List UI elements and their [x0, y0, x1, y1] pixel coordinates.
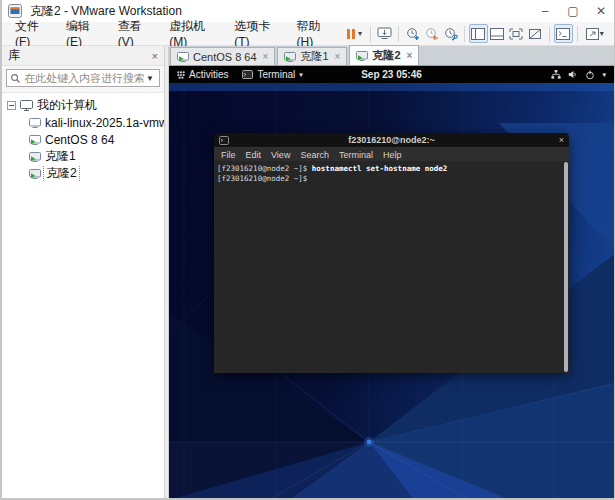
snapshot-manager-icon — [444, 27, 458, 41]
tab-label: 克隆1 — [300, 49, 328, 64]
unity-mode-button[interactable] — [526, 24, 545, 43]
computer-icon — [20, 100, 33, 111]
vm-tab-bar: CentOS 8 64 × 克隆1 × 克隆2 × — [169, 46, 614, 66]
vm-running-icon — [29, 135, 41, 145]
toolbar-separator — [370, 26, 371, 42]
snapshot-add-icon — [406, 27, 420, 41]
terminal-menu-edit[interactable]: Edit — [246, 150, 262, 160]
vm-running-icon — [29, 152, 41, 162]
library-title: 库 — [8, 47, 20, 64]
gnome-clock[interactable]: Sep 23 05:46 — [169, 69, 614, 80]
tree-label: CentOS 8 64 — [45, 133, 114, 147]
tab-close-icon[interactable]: × — [335, 51, 341, 62]
terminal-line: [f23016210@node2 ~]$ — [217, 174, 561, 184]
tab-centos[interactable]: CentOS 8 64 × — [170, 47, 275, 65]
terminal-menu-view[interactable]: View — [271, 150, 290, 160]
tree-node-my-computer[interactable]: 我的计算机 — [2, 97, 164, 114]
vm-running-icon — [29, 169, 41, 179]
library-sidebar: 库 × ▼ 我的计算机 — [2, 46, 165, 498]
terminal-menu-help[interactable]: Help — [383, 150, 402, 160]
pause-icon — [346, 28, 357, 40]
terminal-menu-terminal[interactable]: Terminal — [339, 150, 373, 160]
chevron-down-icon: ▾ — [602, 71, 606, 79]
pause-button[interactable]: ▾ — [342, 24, 367, 43]
monitor-arrow-icon — [377, 27, 392, 40]
tree-label: 克隆2 — [43, 165, 80, 182]
search-icon — [10, 73, 21, 84]
unity-icon — [528, 28, 542, 40]
terminal-titlebar[interactable]: f23016210@node2:~ × — [214, 133, 569, 148]
terminal-content[interactable]: [f23016210@node2 ~]$ hostnamectl set-hos… — [214, 161, 569, 373]
chevron-down-icon: ▾ — [358, 29, 362, 38]
terminal-menubar: File Edit View Search Terminal Help — [214, 148, 569, 161]
show-thumbnail-bar-button[interactable] — [488, 24, 507, 43]
minimize-button[interactable]: – — [538, 4, 552, 18]
vm-console[interactable]: Activities Terminal ▾ Sep 23 05:46 — [169, 66, 614, 498]
panel-left-icon — [471, 28, 485, 40]
fit-guest-button[interactable]: ▾ — [581, 24, 607, 43]
chevron-down-icon: ▾ — [600, 29, 604, 38]
vm-running-icon — [356, 51, 368, 61]
search-box[interactable]: ▼ — [6, 69, 160, 87]
maximize-button[interactable]: ▢ — [566, 4, 580, 18]
console-view-button[interactable] — [554, 24, 573, 43]
search-input[interactable] — [24, 72, 144, 84]
tree-item-clone1[interactable]: 克隆1 — [2, 148, 164, 165]
terminal-close-icon[interactable]: × — [559, 135, 564, 145]
vm-running-icon — [177, 52, 189, 62]
library-header: 库 × — [2, 46, 164, 66]
toolbar-separator — [398, 26, 399, 42]
terminal-menu-file[interactable]: File — [221, 150, 236, 160]
search-dropdown-icon[interactable]: ▼ — [144, 74, 156, 83]
gnome-status-area[interactable]: ▾ — [551, 70, 606, 80]
tree-item-clone2[interactable]: 克隆2 — [2, 165, 164, 182]
tab-label: 克隆2 — [372, 48, 400, 63]
fullscreen-button[interactable] — [507, 24, 526, 43]
console-icon — [556, 28, 570, 40]
tab-label: CentOS 8 64 — [193, 51, 257, 63]
library-close-icon[interactable]: × — [152, 50, 158, 62]
library-search-row: ▼ — [2, 66, 164, 93]
fullscreen-icon — [509, 28, 523, 40]
toolbar-separator — [577, 26, 578, 42]
power-icon — [585, 70, 595, 80]
send-ctrl-alt-del-button[interactable] — [375, 24, 394, 43]
show-library-button[interactable] — [469, 24, 488, 43]
close-button[interactable]: ✕ — [594, 4, 608, 18]
library-tree: 我的计算机 kali-linux-2025.1a-vmware- CentOS … — [2, 93, 164, 182]
shell-prompt: [f23016210@node2 ~]$ — [217, 164, 307, 173]
take-snapshot-button[interactable] — [403, 24, 422, 43]
terminal-line: [f23016210@node2 ~]$ hostnamectl set-hos… — [217, 164, 561, 174]
collapse-icon[interactable] — [7, 101, 16, 110]
panel-bottom-icon — [490, 28, 504, 40]
tab-close-icon[interactable]: × — [407, 50, 413, 61]
vm-running-icon — [284, 52, 296, 62]
shell-prompt: [f23016210@node2 ~]$ — [217, 174, 307, 183]
tree-item-kali[interactable]: kali-linux-2025.1a-vmware- — [2, 114, 164, 131]
terminal-menu-search[interactable]: Search — [300, 150, 329, 160]
tab-clone2[interactable]: 克隆2 × — [349, 45, 419, 65]
network-icon — [551, 70, 561, 79]
snapshot-manager-button[interactable] — [441, 24, 460, 43]
tab-clone1[interactable]: 克隆1 × — [277, 47, 347, 65]
vm-icon — [29, 118, 41, 128]
snapshot-revert-icon — [425, 27, 439, 41]
toolbar-separator — [464, 26, 465, 42]
tree-label: 我的计算机 — [37, 97, 97, 114]
toolbar-separator — [549, 26, 550, 42]
gnome-top-bar: Activities Terminal ▾ Sep 23 05:46 — [169, 66, 614, 83]
tree-label: 克隆1 — [45, 148, 76, 165]
terminal-window[interactable]: f23016210@node2:~ × File Edit View Searc… — [214, 133, 569, 373]
revert-snapshot-button[interactable] — [422, 24, 441, 43]
tab-close-icon[interactable]: × — [263, 51, 269, 62]
shell-command: hostnamectl set-hostname node2 — [312, 164, 447, 173]
stretch-icon — [586, 28, 599, 40]
tree-label: kali-linux-2025.1a-vmware- — [45, 116, 164, 130]
menu-toolbar-row: 文件(F) 编辑(E) 查看(V) 虚拟机(M) 选项卡(T) 帮助(H) ▾ — [2, 22, 614, 46]
terminal-scrollbar[interactable] — [564, 162, 568, 372]
terminal-title: f23016210@node2:~ — [214, 135, 569, 145]
tree-item-centos[interactable]: CentOS 8 64 — [2, 131, 164, 148]
volume-icon — [568, 70, 578, 79]
